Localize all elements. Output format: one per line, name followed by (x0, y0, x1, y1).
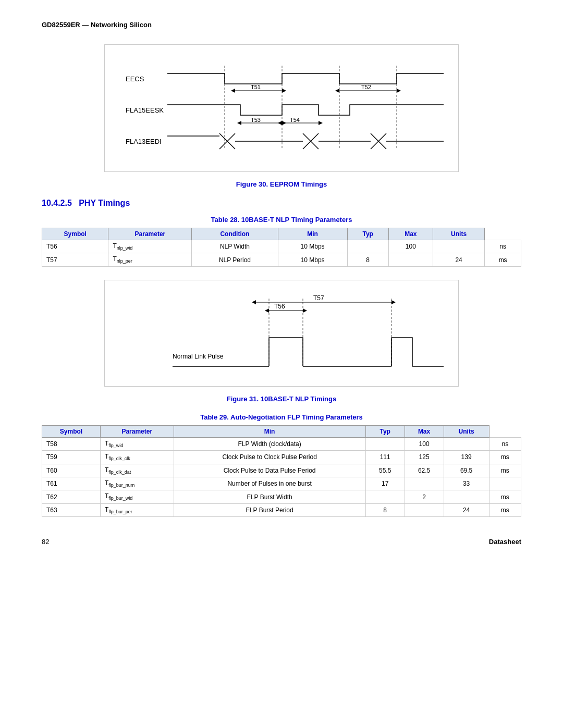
table-row: T62 Tflp_bur_wid FLP Burst Width 2 ms (42, 490, 521, 503)
col-typ: Typ (347, 228, 388, 240)
section-number: 10.4.2.5 (42, 199, 72, 207)
eecs-label: EECS (126, 75, 144, 83)
section-heading: 10.4.2.5 PHY Timings (42, 199, 521, 208)
svg-marker-36 (303, 309, 307, 313)
table29-heading: Table 29. Auto-Negotiation FLP Timing Pa… (42, 413, 521, 421)
svg-marker-35 (265, 309, 269, 313)
col-min: Min (278, 228, 347, 240)
svg-text:T51: T51 (251, 84, 261, 90)
eeprom-svg: EECS T51 T52 FLA15EESK T53 (120, 55, 444, 159)
table-row: T56 Tnlp_wid NLP Width 10 Mbps 100 ns (42, 240, 521, 253)
figure31-caption: Figure 31. 10BASE-T NLP Timings (42, 395, 521, 403)
table28: Symbol Parameter Condition Min Typ Max U… (42, 228, 521, 267)
svg-marker-31 (252, 300, 256, 304)
table-row: T57 Tnlp_per NLP Period 10 Mbps 8 24 ms (42, 253, 521, 266)
col-units: Units (433, 228, 484, 240)
col-parameter: Parameter (108, 228, 192, 240)
fla13eedi-label: FLA13EEDI (126, 138, 162, 145)
svg-text:T57: T57 (313, 294, 324, 302)
table-row: T61 Tflp_bur_num Number of Pulses in one… (42, 477, 521, 490)
col-max: Max (388, 228, 433, 240)
col-parameter: Parameter (100, 425, 174, 437)
svg-marker-32 (391, 300, 396, 304)
table28-header-row: Symbol Parameter Condition Min Typ Max U… (42, 228, 521, 240)
page-header: GD82559ER — Networking Silicon (42, 21, 521, 29)
table29-header-row: Symbol Parameter Min Typ Max Units (42, 425, 521, 437)
svg-text:Normal Link Pulse: Normal Link Pulse (173, 353, 224, 360)
nlp-svg: T57 T56 Normal Link Pulse (120, 291, 444, 374)
svg-marker-9 (237, 121, 241, 125)
svg-text:T53: T53 (251, 117, 261, 123)
col-min: Min (174, 425, 365, 437)
svg-text:T56: T56 (274, 303, 285, 310)
figure30-caption: Figure 30. EEPROM Timings (42, 180, 521, 188)
table-row: T63 Tflp_bur_per FLP Burst Period 8 24 m… (42, 503, 521, 516)
svg-marker-5 (335, 89, 339, 93)
svg-marker-2 (282, 89, 286, 93)
section-title: PHY Timings (79, 199, 130, 207)
table-row: T58 Tflp_wid FLP Width (clock/data) 100 … (42, 437, 521, 450)
col-symbol: Symbol (42, 228, 108, 240)
svg-marker-13 (278, 121, 282, 125)
table-row: T60 Tflp_clk_dat Clock Pulse to Data Pul… (42, 464, 521, 477)
nlp-timing-diagram: T57 T56 Normal Link Pulse (104, 280, 459, 387)
col-symbol: Symbol (42, 425, 101, 437)
fla15eesk-label: FLA15EESK (126, 106, 164, 114)
col-typ: Typ (365, 425, 405, 437)
svg-marker-14 (319, 121, 323, 125)
svg-marker-1 (231, 89, 235, 93)
datasheet-label: Datasheet (489, 538, 521, 546)
svg-text:T54: T54 (290, 117, 300, 123)
table29: Symbol Parameter Min Typ Max Units T58 T… (42, 425, 521, 517)
col-condition: Condition (192, 228, 278, 240)
page-footer: 82 Datasheet (42, 538, 521, 546)
svg-text:T52: T52 (361, 84, 371, 90)
page-number: 82 (42, 538, 49, 546)
col-units: Units (444, 425, 489, 437)
table28-heading: Table 28. 10BASE-T NLP Timing Parameters (42, 216, 521, 224)
svg-marker-6 (397, 89, 401, 93)
table-row: T59 Tflp_clk_clk Clock Pulse to Clock Pu… (42, 451, 521, 464)
col-max: Max (405, 425, 444, 437)
header-title: GD82559ER — Networking Silicon (42, 21, 152, 29)
eeprom-timing-diagram: EECS T51 T52 FLA15EESK T53 (104, 44, 459, 172)
